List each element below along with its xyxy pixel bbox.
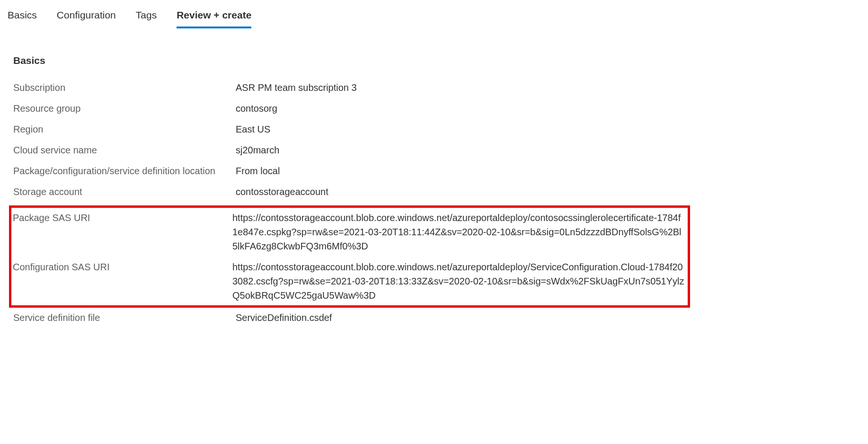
- field-label: Service definition file: [13, 311, 236, 325]
- field-package-location: Package/configuration/service definition…: [13, 164, 860, 178]
- field-label: Package/configuration/service definition…: [13, 164, 236, 178]
- basics-fields-continued: Service definition file ServiceDefinitio…: [13, 311, 860, 325]
- field-label: Package SAS URI: [13, 211, 232, 225]
- field-label: Subscription: [13, 80, 236, 95]
- field-label: Region: [13, 122, 236, 136]
- field-label: Cloud service name: [13, 143, 236, 157]
- field-package-sas-uri: Package SAS URI https://contosstorageacc…: [13, 211, 685, 253]
- field-value: From local: [236, 164, 280, 178]
- field-value: ASR PM team subscription 3: [236, 80, 357, 95]
- field-value: East US: [236, 122, 270, 136]
- tab-basics[interactable]: Basics: [8, 9, 37, 28]
- field-label: Configuration SAS URI: [13, 260, 232, 274]
- tab-review-create[interactable]: Review + create: [177, 9, 251, 28]
- field-label: Storage account: [13, 185, 236, 199]
- section-title-basics: Basics: [13, 55, 860, 66]
- field-value: sj20march: [236, 143, 279, 157]
- highlighted-sas-uris: Package SAS URI https://contosstorageacc…: [9, 205, 690, 308]
- tab-tags[interactable]: Tags: [136, 9, 157, 28]
- field-subscription: Subscription ASR PM team subscription 3: [13, 80, 860, 95]
- field-cloud-service-name: Cloud service name sj20march: [13, 143, 860, 157]
- basics-fields: Subscription ASR PM team subscription 3 …: [13, 80, 860, 199]
- field-value: contosorg: [236, 101, 277, 115]
- field-configuration-sas-uri: Configuration SAS URI https://contosstor…: [13, 260, 685, 302]
- field-service-definition-file: Service definition file ServiceDefinitio…: [13, 311, 860, 325]
- field-label: Resource group: [13, 101, 236, 115]
- field-value: https://contosstorageaccount.blob.core.w…: [232, 211, 685, 253]
- tab-bar: Basics Configuration Tags Review + creat…: [8, 9, 860, 28]
- field-value: ServiceDefinition.csdef: [236, 311, 332, 325]
- field-value: https://contosstorageaccount.blob.core.w…: [232, 260, 685, 302]
- tab-configuration[interactable]: Configuration: [57, 9, 116, 28]
- field-resource-group: Resource group contosorg: [13, 101, 860, 115]
- field-storage-account: Storage account contosstorageaccount: [13, 185, 860, 199]
- field-value: contosstorageaccount: [236, 185, 328, 199]
- field-region: Region East US: [13, 122, 860, 136]
